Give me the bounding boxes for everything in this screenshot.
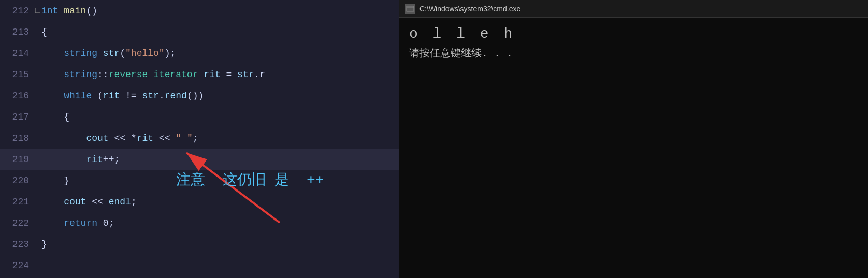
code-line-221: 221 cout << endl; bbox=[0, 191, 399, 212]
svg-rect-4 bbox=[407, 7, 409, 7]
line-number: 219 bbox=[0, 154, 35, 165]
code-content: string str("hello"); bbox=[39, 48, 176, 58]
line-indicator: □ bbox=[35, 6, 39, 16]
code-lines: 212 □ int main() 213 { 214 string str("h… bbox=[0, 0, 399, 278]
code-content: rit++; bbox=[39, 154, 120, 165]
cmd-prompt-line: 请按任意键继续. . . bbox=[409, 46, 858, 60]
code-content: { bbox=[39, 27, 47, 37]
code-content: int main() bbox=[39, 6, 97, 16]
code-content: cout << endl; bbox=[39, 197, 137, 207]
code-line-225: 225 bbox=[0, 276, 399, 278]
code-content: string::reverse_iterator rit = str.r bbox=[39, 69, 265, 80]
code-content: return 0; bbox=[39, 218, 114, 228]
line-number: 222 bbox=[0, 218, 35, 228]
svg-rect-5 bbox=[409, 7, 411, 7]
code-line-214: 214 string str("hello"); bbox=[0, 42, 399, 64]
line-number: 212 bbox=[0, 6, 35, 16]
code-line-213: 213 { bbox=[0, 21, 399, 42]
code-line-222: 222 return 0; bbox=[0, 212, 399, 233]
cmd-icon bbox=[405, 4, 415, 14]
cmd-body: o l l e h 请按任意键继续. . . bbox=[399, 18, 868, 278]
cmd-titlebar: C:\Windows\system32\cmd.exe bbox=[399, 0, 868, 18]
line-number: 218 bbox=[0, 133, 35, 143]
line-number: 216 bbox=[0, 91, 35, 101]
cmd-output-large: o l l e h bbox=[409, 26, 858, 42]
code-content: } bbox=[39, 239, 47, 250]
code-content: { bbox=[39, 112, 69, 122]
code-line-224: 224 bbox=[0, 255, 399, 276]
code-line-219: 219 rit++; bbox=[0, 149, 399, 170]
cmd-window: C:\Windows\system32\cmd.exe o l l e h 请按… bbox=[399, 0, 868, 278]
line-number: 223 bbox=[0, 239, 35, 250]
code-line-220: 220 } bbox=[0, 170, 399, 191]
code-line-218: 218 cout << *rit << " "; bbox=[0, 127, 399, 149]
line-number: 214 bbox=[0, 48, 35, 58]
line-number: 217 bbox=[0, 112, 35, 122]
line-number: 215 bbox=[0, 69, 35, 80]
line-number: 213 bbox=[0, 27, 35, 37]
svg-rect-6 bbox=[411, 7, 413, 7]
code-line-223: 223 } bbox=[0, 233, 399, 255]
code-content: cout << *rit << " "; bbox=[39, 133, 198, 143]
cmd-title: C:\Windows\system32\cmd.exe bbox=[419, 5, 520, 13]
code-content: while (rit != str.rend()) bbox=[39, 91, 204, 101]
line-number: 220 bbox=[0, 175, 35, 186]
code-line-216: 216 while (rit != str.rend()) bbox=[0, 85, 399, 106]
editor-panel: 212 □ int main() 213 { 214 string str("h… bbox=[0, 0, 399, 278]
line-number: 224 bbox=[0, 260, 35, 271]
code-content: } bbox=[39, 175, 69, 186]
code-line-215: 215 string::reverse_iterator rit = str.r bbox=[0, 64, 399, 85]
line-number: 221 bbox=[0, 197, 35, 207]
code-line-212: 212 □ int main() bbox=[0, 0, 399, 21]
code-line-217: 217 { bbox=[0, 106, 399, 127]
